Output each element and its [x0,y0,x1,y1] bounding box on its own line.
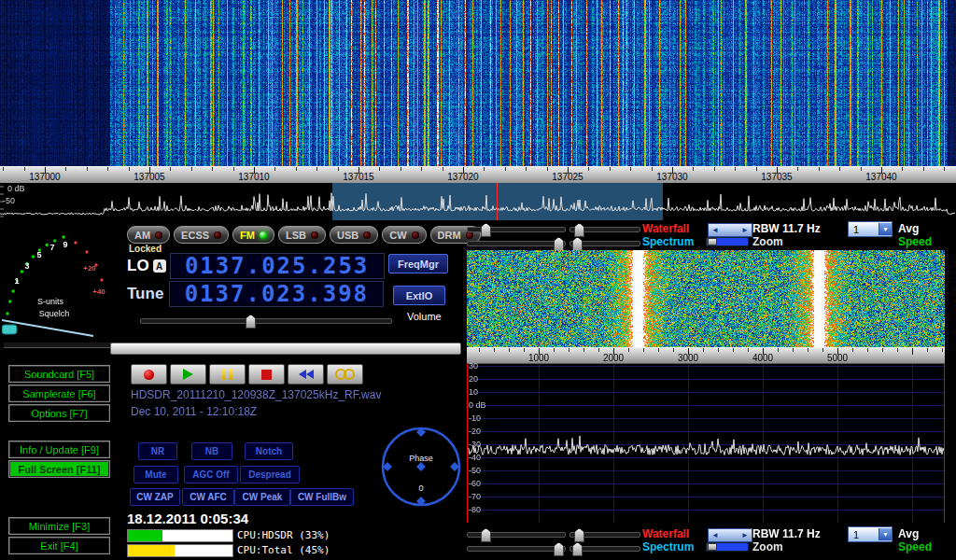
avg-label: Avg [898,222,919,235]
mode-button-am[interactable]: AM [127,226,170,244]
waterfall-shift-spinner[interactable]: ◄ ► [708,223,752,237]
mode-button-usb[interactable]: USB [330,226,378,244]
slider-thumb[interactable] [574,223,584,237]
loop-button[interactable] [327,364,363,385]
main-waterfall-display[interactable] [0,0,956,166]
stop-button[interactable] [248,364,285,385]
volume-slider[interactable] [140,318,392,324]
dropdown-arrow-icon[interactable]: ▼ [879,223,892,235]
spectrum-label[interactable]: Spectrum [642,540,694,553]
avg-dropdown[interactable]: 1 ▼ [848,526,893,542]
dropdown-arrow-icon[interactable]: ▼ [879,528,892,540]
s-meter-red-arc [74,241,103,281]
spin-right-icon[interactable]: ► [741,226,749,234]
s-meter-tick: 1 [14,276,19,286]
zoom-slider-thumb[interactable] [708,543,717,551]
phase-dial[interactable]: Phase 0 [379,424,463,510]
minimize-button[interactable]: Minimize [F3] [8,517,110,535]
mode-button-cw[interactable]: CW [382,226,426,244]
main-spectrum-display[interactable] [0,183,956,220]
exit-button[interactable]: Exit [F4] [8,537,110,554]
tuning-bar[interactable] [110,343,461,355]
waterfall-shift-spinner[interactable]: ◄ ► [708,528,752,542]
lock-badge-icon[interactable]: A [153,259,166,273]
fullscreen-button[interactable]: Full Screen [F11] [8,460,110,478]
soundcard-button[interactable]: Soundcard [F5] [8,365,110,383]
slider-thumb[interactable] [554,542,564,556]
scale-tick [672,167,673,174]
cw-peak-button[interactable]: CW Peak [234,488,290,506]
spin-left-icon[interactable]: ◄ [711,531,719,539]
waterfall-label[interactable]: Waterfall [642,527,689,540]
scale-tick [484,167,485,171]
zoom-slider[interactable] [706,237,749,246]
spin-left-icon[interactable]: ◄ [711,226,719,234]
squelch-knob[interactable] [2,325,17,334]
slider-thumb[interactable] [574,528,584,542]
tune-frequency-display[interactable]: 0137.023.398 [169,281,384,307]
scale-tick [733,348,734,352]
notch-button[interactable]: Notch [245,442,293,460]
waterfall-label[interactable]: Waterfall [642,222,689,235]
samplerate-button[interactable]: Samplerate [F6] [8,385,110,402]
speed-label: Speed [898,540,932,553]
frequency-scale[interactable]: 137000 137005 137010 137015 137020 13702… [0,166,956,185]
avg-label: Avg [898,527,919,540]
spectrum-upper-slider[interactable] [467,241,566,246]
info-update-button[interactable]: Info / Update [F9] [8,441,110,458]
play-button[interactable] [170,364,206,385]
nb-button[interactable]: NB [191,442,232,460]
spectrum-label[interactable]: Spectrum [642,235,694,248]
spin-right-icon[interactable]: ► [741,531,749,539]
slider-thumb[interactable] [572,237,583,251]
spectrum-upper-slider[interactable] [467,546,566,552]
despread-button[interactable]: Despread [240,466,300,483]
cw-fullbw-button[interactable]: CW FullBw [290,488,354,506]
cpu-hdsdr-bar [127,529,233,542]
spectrum-lower-slider[interactable] [569,546,640,552]
waterfall-upper-slider[interactable] [467,532,566,538]
freqmgr-button[interactable]: FreqMgr [388,254,448,273]
avg-dropdown[interactable]: 1 ▼ [848,221,893,237]
scale-tick [588,167,589,171]
s-meter[interactable]: 1 3 5 7 9 +20 +40 S-units Squelch [2,224,121,338]
waterfall-lower-slider[interactable] [569,227,640,232]
options-button[interactable]: Options [F7] [8,404,110,422]
cw-zap-button[interactable]: CW ZAP [130,488,180,506]
slider-thumb[interactable] [572,542,583,556]
scale-tick [756,167,757,171]
spectrum-lower-slider[interactable] [569,241,640,246]
waterfall-lower-slider[interactable] [569,532,640,538]
squelch-slider-track[interactable] [4,342,120,348]
mute-button[interactable]: Mute [134,466,178,483]
mode-button-ecss[interactable]: ECSS [174,226,229,244]
cw-afc-button[interactable]: CW AFC [182,488,234,506]
nr-button[interactable]: NR [138,442,177,460]
volume-slider-thumb[interactable] [246,315,256,329]
scale-tick [797,167,798,171]
audio-frequency-scale[interactable]: 1000 2000 3000 4000 5000 [467,347,945,364]
extio-button[interactable]: ExtIO [393,286,445,305]
slider-thumb[interactable] [481,223,491,237]
audio-spectrum-display[interactable] [467,364,945,523]
waterfall-upper-slider[interactable] [467,227,566,232]
avg-dropdown-value: 1 [849,529,859,540]
scale-tick [87,167,88,171]
rewind-icon [299,370,314,379]
slider-thumb[interactable] [481,528,491,542]
pause-button[interactable] [209,364,246,385]
zoom-slider-thumb[interactable] [708,238,717,245]
slider-thumb[interactable] [554,237,564,251]
rewind-button[interactable] [288,364,324,385]
zoom-slider[interactable] [706,542,749,552]
scale-tick [822,348,823,352]
lo-frequency-display[interactable]: 0137.025.253 [170,253,385,279]
mode-button-fm[interactable]: FM [232,226,274,244]
audio-waterfall-display[interactable] [467,250,945,347]
agc-button[interactable]: AGC Off [184,466,238,483]
mode-button-lsb[interactable]: LSB [278,226,326,244]
record-icon [144,370,154,380]
record-button[interactable] [131,364,167,385]
clock-display: 18.12.2011 0:05:34 [127,511,248,526]
s-meter-tick-red: +40 [92,287,105,296]
